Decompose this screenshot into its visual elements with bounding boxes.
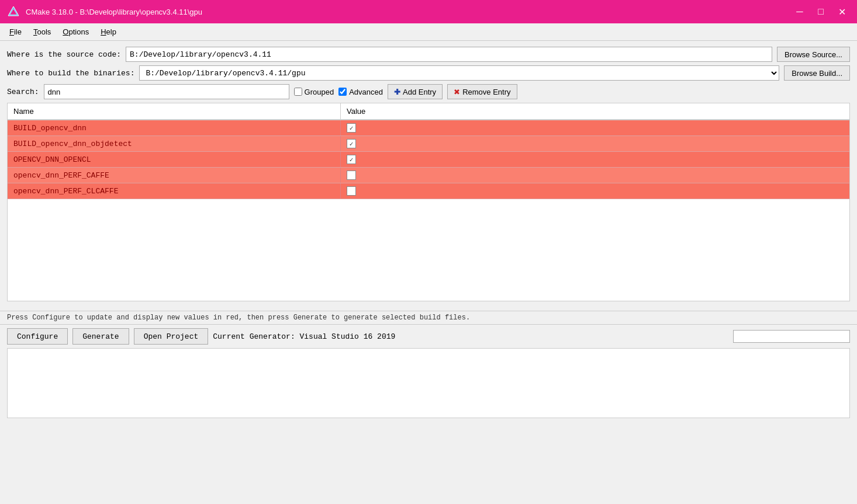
remove-entry-label: Remove Entry [462,88,510,96]
table-cell-name: opencv_dnn_PERF_CAFFE [8,168,341,183]
source-input[interactable] [126,47,772,62]
menu-options-label: Options [63,27,89,36]
advanced-checkbox-group: Advanced [338,88,383,96]
maximize-button[interactable]: □ [813,4,829,20]
menu-bar: File Tools Options Help [0,23,857,41]
table-cell-name: BUILD_opencv_dnn [8,120,341,135]
grouped-checkbox-group: Grouped [294,88,334,96]
source-label: Where is the source code: [7,50,121,59]
search-row: Search: Grouped Advanced ✚ Add Entry ✖ R… [7,84,850,99]
window-controls: ─ □ ✕ [792,4,850,20]
close-button[interactable]: ✕ [834,4,850,20]
plus-icon: ✚ [394,88,400,96]
minimize-button[interactable]: ─ [792,4,808,20]
menu-help-label: Help [101,27,116,36]
row-checkbox[interactable] [347,171,356,180]
add-entry-button[interactable]: ✚ Add Entry [388,84,443,99]
table-cell-value[interactable] [341,183,849,199]
table-cell-name: opencv_dnn_PERF_CLCAFFE [8,183,341,199]
table-cell-name: OPENCV_DNN_OPENCL [8,152,341,167]
row-checkbox[interactable] [347,123,356,133]
x-icon: ✖ [454,88,460,96]
build-label: Where to build the binaries: [7,69,134,78]
row-checkbox[interactable] [347,155,356,164]
generator-text: Current Generator: Visual Studio 16 2019 [213,332,728,341]
table-header: Name Value [8,103,849,120]
cmake-logo-icon [7,5,20,18]
build-select[interactable]: B:/Develop/library/opencv3.4.11/gpu [139,65,779,81]
log-area[interactable] [7,348,850,418]
browse-build-button[interactable]: Browse Build... [784,65,850,81]
table-cell-value[interactable] [341,168,849,183]
col-name-header: Name [8,103,341,119]
menu-tools-label: Tools [33,27,51,36]
menu-tools[interactable]: Tools [29,25,56,39]
build-row: Where to build the binaries: B:/Develop/… [7,65,850,81]
table-cell-name: BUILD_opencv_dnn_objdetect [8,136,341,151]
search-label: Search: [7,88,39,96]
generate-button[interactable]: Generate [72,328,129,345]
bottom-buttons: Configure Generate Open Project Current … [0,324,857,348]
open-project-button[interactable]: Open Project [134,328,209,345]
menu-options[interactable]: Options [58,25,94,39]
table-row: OPENCV_DNN_OPENCL [8,152,849,168]
main-content: Where is the source code: Browse Source.… [0,41,857,311]
table-cell-value[interactable] [341,120,849,135]
source-row: Where is the source code: Browse Source.… [7,47,850,62]
row-checkbox[interactable] [347,186,356,196]
search-input[interactable] [44,84,289,99]
table-row: BUILD_opencv_dnn_objdetect [8,136,849,152]
menu-help[interactable]: Help [96,25,121,39]
title-bar: CMake 3.18.0 - B:\Develop\library\opencv… [0,0,857,23]
grouped-label: Grouped [305,88,334,96]
menu-file[interactable]: File [5,25,26,39]
menu-file-label: File [9,27,22,36]
table-cell-value[interactable] [341,136,849,151]
table-row: BUILD_opencv_dnn [8,120,849,136]
col-value-header: Value [341,103,849,119]
remove-entry-button[interactable]: ✖ Remove Entry [447,84,517,99]
status-bar: Press Configure to update and display ne… [0,311,857,324]
row-checkbox[interactable] [347,139,356,148]
grouped-checkbox[interactable] [294,88,302,96]
progress-bar [733,330,850,343]
add-entry-label: Add Entry [403,88,436,96]
table-body: BUILD_opencv_dnnBUILD_opencv_dnn_objdete… [8,120,849,199]
table-cell-value[interactable] [341,152,849,167]
browse-source-button[interactable]: Browse Source... [777,47,850,62]
status-message: Press Configure to update and display ne… [7,314,470,322]
table-row: opencv_dnn_PERF_CAFFE [8,168,849,183]
table-row: opencv_dnn_PERF_CLCAFFE [8,183,849,199]
window-title: CMake 3.18.0 - B:\Develop\library\opencv… [26,8,202,16]
advanced-label: Advanced [349,88,383,96]
advanced-checkbox[interactable] [338,88,347,96]
configure-button[interactable]: Configure [7,328,68,345]
cmake-table: Name Value BUILD_opencv_dnnBUILD_opencv_… [7,103,850,301]
